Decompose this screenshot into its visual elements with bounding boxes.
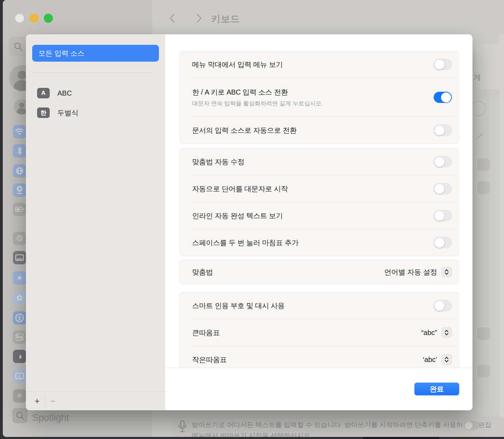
- occluded-stepper-fragment: [477, 158, 490, 171]
- input-source-badge: A: [37, 88, 50, 98]
- general-gear-icon[interactable]: ⚙: [13, 232, 26, 245]
- lock-screen-icon[interactable]: [13, 369, 26, 383]
- up-down-chevrons-icon: [443, 356, 450, 363]
- control-center-icon[interactable]: [13, 330, 26, 344]
- up-down-chevrons-icon: [443, 329, 450, 336]
- setting-label: 문서의 입력 소스로 자동으로 전환: [192, 126, 434, 135]
- occluded-toggle-fragment: [470, 101, 486, 116]
- inline-predictive-text-toggle[interactable]: [434, 210, 452, 221]
- input-source-item-hangul[interactable]: 한 두벌식: [37, 107, 161, 118]
- setting-label: 인라인 자동 완성 텍스트 보기: [192, 211, 434, 221]
- sheet-footer: 완료: [165, 368, 472, 410]
- page-title: 키보드: [211, 13, 240, 25]
- close-button[interactable]: [15, 14, 24, 23]
- desktop-dock-icon[interactable]: [13, 251, 26, 264]
- setting-row: 자동으로 단어를 대문자로 시작: [180, 175, 459, 202]
- setting-label: 맞춤법: [192, 267, 384, 277]
- accessibility-icon[interactable]: [13, 311, 26, 325]
- input-source-label: ABC: [57, 89, 72, 97]
- occluded-text-fragment: 게: [474, 72, 481, 82]
- done-button[interactable]: 완료: [414, 383, 459, 395]
- setting-label: 한 / A 키로 ABC 입력 소스 전환: [192, 88, 434, 97]
- setting-label: 맞춤법 자동 수정: [192, 157, 434, 167]
- setting-row: 인라인 자동 완성 텍스트 보기: [180, 202, 459, 229]
- single-quote-select[interactable]: [441, 354, 452, 365]
- dictation-toggle[interactable]: [464, 421, 479, 430]
- network-icon[interactable]: [13, 164, 26, 177]
- setting-row: 작은따옴표 ‘abc’: [180, 346, 459, 368]
- smart-quotes-toggle[interactable]: [434, 300, 452, 311]
- wallpaper-flower-icon[interactable]: ✿: [13, 291, 26, 305]
- spelling-select-value: 언어별 자동 설정: [384, 267, 437, 277]
- bluetooth-icon[interactable]: [13, 144, 26, 158]
- setting-row: 맞춤법 언어별 자동 설정: [180, 260, 459, 284]
- dictation-card: 받아쓰기로 어디서든 텍스트를 입력할 수 있습니다. 받아쓰기를 시작하려면 …: [172, 417, 504, 437]
- settings-group: 맞춤법 자동 수정 자동으로 단어를 대문자로 시작 인라인 자동 완성 텍스트…: [179, 148, 459, 256]
- scrollbar-track[interactable]: [499, 34, 504, 417]
- appearance-contrast-icon[interactable]: ◑: [13, 350, 26, 363]
- auto-capitalize-toggle[interactable]: [434, 183, 452, 194]
- spelling-select[interactable]: [441, 267, 452, 277]
- autocorrect-toggle[interactable]: [434, 156, 452, 167]
- back-chevron-icon[interactable]: [168, 13, 177, 23]
- siri-icon[interactable]: ✳: [13, 389, 26, 403]
- setting-label: 작은따옴표: [192, 355, 423, 364]
- setting-row: 스페이스를 두 번 눌러 마침표 추가: [180, 229, 459, 256]
- sheet-sidebar: 모든 입력 소스 A ABC 한 두벌식 + −: [26, 34, 165, 410]
- setting-row: 스마트 인용 부호 및 대시 사용: [180, 292, 459, 319]
- setting-row: 큰따옴표 “abc”: [180, 319, 459, 346]
- setting-label: 자동으로 단어를 대문자로 시작: [192, 184, 434, 194]
- displays-sun-icon[interactable]: ☀: [13, 271, 26, 285]
- sidebar-item-spotlight[interactable]: Spotlight: [32, 412, 69, 423]
- desktop-edge: [363, 437, 439, 439]
- setting-row: 메뉴 막대에서 입력 메뉴 보기: [180, 51, 459, 78]
- occluded-stepper-fragment: [477, 327, 490, 340]
- auto-switch-document-toggle[interactable]: [434, 125, 452, 136]
- han-a-key-switch-toggle[interactable]: [434, 92, 452, 103]
- add-input-source-button[interactable]: +: [29, 397, 45, 405]
- input-sources-sheet: 모든 입력 소스 A ABC 한 두벌식 + − 메뉴 막대에서 입력 메뉴 보…: [26, 34, 472, 410]
- double-quote-select-value: “abc”: [421, 329, 437, 337]
- maximize-button[interactable]: [44, 14, 53, 23]
- setting-row: 문서의 입력 소스로 자동으로 전환: [180, 117, 459, 144]
- sheet-content: 메뉴 막대에서 입력 메뉴 보기 한 / A 키로 ABC 입력 소스 전환 대…: [165, 34, 472, 410]
- settings-group: 맞춤법 언어별 자동 설정: [179, 260, 459, 284]
- remove-input-source-button[interactable]: −: [45, 397, 61, 405]
- occluded-stepper-fragment: [477, 181, 490, 194]
- setting-row: 맞춤법 자동 수정: [180, 148, 459, 175]
- microphone-icon: [178, 420, 187, 435]
- sidebar-footer: + −: [26, 391, 165, 410]
- settings-group: 메뉴 막대에서 입력 메뉴 보기 한 / A 키로 ABC 입력 소스 전환 대…: [179, 51, 459, 144]
- double-space-period-toggle[interactable]: [434, 237, 452, 248]
- wifi-icon[interactable]: [13, 125, 26, 138]
- spotlight-icon[interactable]: [12, 408, 28, 423]
- vpn-icon[interactable]: [13, 183, 26, 197]
- input-source-badge: 한: [37, 107, 50, 118]
- sidebar-item-all-input-sources[interactable]: 모든 입력 소스: [32, 45, 159, 62]
- setting-label: 스마트 인용 부호 및 대시 사용: [192, 301, 434, 311]
- search-icon: [13, 41, 23, 52]
- single-quote-select-value: ‘abc’: [423, 356, 437, 364]
- occluded-chevron-fragment: [476, 132, 484, 140]
- minimize-button[interactable]: [29, 14, 38, 23]
- show-input-menu-toggle[interactable]: [434, 59, 452, 70]
- setting-label: 메뉴 막대에서 입력 메뉴 보기: [192, 60, 434, 69]
- forward-chevron-icon[interactable]: [194, 13, 203, 23]
- dictation-description: 받아쓰기로 어디서든 텍스트를 입력할 수 있습니다. 받아쓰기를 시작하려면 …: [192, 419, 500, 437]
- occluded-stepper-fragment: [477, 365, 490, 377]
- setting-label: 스페이스를 두 번 눌러 마침표 추가: [192, 238, 434, 248]
- setting-row: 한 / A 키로 ABC 입력 소스 전환 대문자 연속 입력을 활성화하려면 …: [180, 78, 459, 117]
- settings-group: 스마트 인용 부호 및 대시 사용 큰따옴표 “abc”: [179, 292, 459, 368]
- input-source-item-abc[interactable]: A ABC: [37, 88, 161, 99]
- settings-scroll-area[interactable]: 메뉴 막대에서 입력 메뉴 보기 한 / A 키로 ABC 입력 소스 전환 대…: [165, 34, 472, 368]
- double-quote-select[interactable]: [441, 327, 452, 338]
- divider: [32, 72, 153, 73]
- setting-label: 큰따옴표: [192, 328, 421, 337]
- up-down-chevrons-icon: [443, 269, 450, 276]
- selected-item-label: 모든 입력 소스: [38, 49, 84, 58]
- battery-icon[interactable]: [13, 203, 26, 216]
- setting-sublabel: 대문자 연속 입력을 활성화하려면 길게 누르십시오.: [192, 100, 434, 107]
- input-source-label: 두벌식: [57, 108, 78, 118]
